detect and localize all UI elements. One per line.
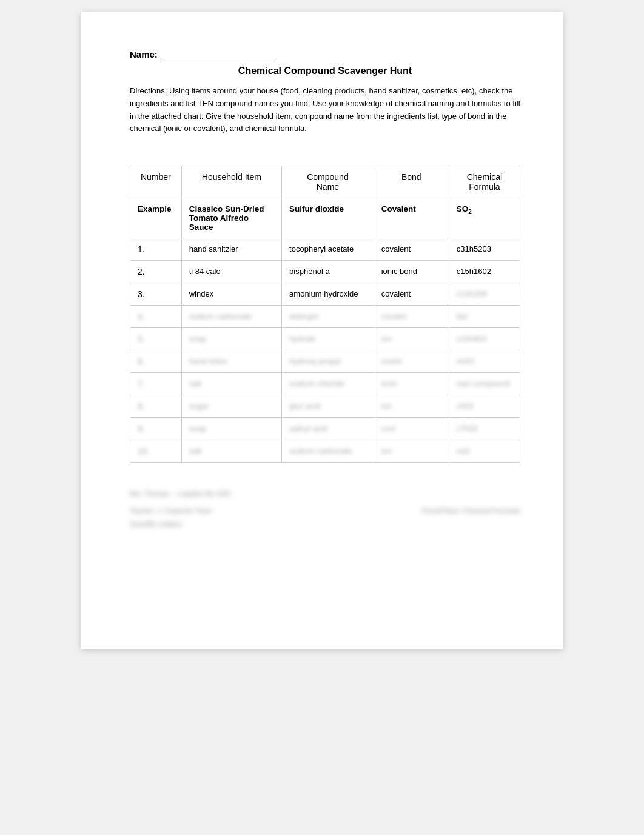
row-4-formula: bld	[449, 306, 520, 328]
table-row: 9. soap salicyl acid covl c7h02	[130, 418, 520, 440]
row-2-formula: c15h1602	[449, 261, 520, 283]
row-3-formula: c14h209	[449, 283, 520, 306]
row-3-bond: covalent	[374, 283, 449, 306]
row-4-compound: detergnt	[282, 306, 374, 328]
example-label: Example	[130, 198, 182, 238]
table-row: 8. sugar gluc acid ion ch03	[130, 395, 520, 418]
row-1-household: hand sanitzier	[181, 238, 281, 261]
row-5-num: 5.	[130, 328, 182, 350]
row-10-household: salt	[181, 440, 281, 463]
row-7-num: 7.	[130, 373, 182, 395]
table-header-row: Number Household Item CompoundName Bond …	[130, 166, 520, 198]
footer-bottom: Teacher: J. Carpenter Team Period/Team: …	[130, 504, 520, 517]
row-5-household: soap	[181, 328, 281, 350]
table-row: 2. ti 84 calc bisphenol a ionic bond c15…	[130, 261, 520, 283]
row-6-num: 6.	[130, 350, 182, 373]
row-2-bond: ionic bond	[374, 261, 449, 283]
row-9-compound: salicyl acid	[282, 418, 374, 440]
document-page: Name: Chemical Compound Scavenger Hunt D…	[81, 12, 563, 649]
row-5-compound: hydrate	[282, 328, 374, 350]
row-6-bond: covlnt	[374, 350, 449, 373]
header-number: Number	[130, 166, 182, 198]
footer-line1: Mrs. Thomas — supplies file 1020	[130, 487, 520, 500]
row-1-bond: covalent	[374, 238, 449, 261]
row-4-bond: covalnt	[374, 306, 449, 328]
header-bond: Bond	[374, 166, 449, 198]
row-9-bond: covl	[374, 418, 449, 440]
table-row: 7. salt sodium chloride ionic nacl compo…	[130, 373, 520, 395]
footer-sub: Scientific notation	[130, 517, 520, 531]
row-7-bond: ionic	[374, 373, 449, 395]
row-2-household: ti 84 calc	[181, 261, 281, 283]
example-household: Classico Sun-Dried Tomato Alfredo Sauce	[181, 198, 281, 238]
row-5-bond: ion	[374, 328, 449, 350]
row-3-num: 3.	[130, 283, 182, 306]
row-2-num: 2.	[130, 261, 182, 283]
row-4-num: 4.	[130, 306, 182, 328]
row-2-compound: bisphenol a	[282, 261, 374, 283]
row-1-compound: tocopheryl acetate	[282, 238, 374, 261]
row-10-num: 10.	[130, 440, 182, 463]
name-underline	[163, 49, 272, 59]
example-row: Example Classico Sun-Dried Tomato Alfred…	[130, 198, 520, 238]
teacher-value: J. Carpenter Team	[157, 507, 212, 514]
row-7-formula: nacl compound	[449, 373, 520, 395]
row-9-formula: c7h02	[449, 418, 520, 440]
name-label: Name:	[130, 49, 158, 59]
footer-period: Period/Team: Chemical Formulas	[421, 504, 520, 517]
row-1-num: 1.	[130, 238, 182, 261]
row-6-compound: hydroxy propyl	[282, 350, 374, 373]
row-6-formula: nh03	[449, 350, 520, 373]
period-value: Chemical Formulas	[463, 507, 520, 514]
row-10-compound: sodium carbonate	[282, 440, 374, 463]
teacher-label: Teacher:	[130, 507, 155, 514]
period-label: Period/Team:	[421, 507, 461, 514]
directions-text: Directions: Using items around your hous…	[130, 85, 520, 135]
footer-section: Mrs. Thomas — supplies file 1020 Teacher…	[130, 487, 520, 531]
table-row: 5. soap hydrate ion c15h803	[130, 328, 520, 350]
row-10-formula: na3	[449, 440, 520, 463]
table-row: 3. windex amonium hydroxide covalent c14…	[130, 283, 520, 306]
table-row: 10. salt sodium carbonate ion na3	[130, 440, 520, 463]
name-field-label: Name:	[130, 49, 520, 59]
table-row: 1. hand sanitzier tocopheryl acetate cov…	[130, 238, 520, 261]
page-title: Chemical Compound Scavenger Hunt	[130, 65, 520, 76]
row-8-num: 8.	[130, 395, 182, 418]
row-4-household: sodium carbonate	[181, 306, 281, 328]
footer-teacher: Teacher: J. Carpenter Team	[130, 504, 212, 517]
row-10-bond: ion	[374, 440, 449, 463]
row-7-compound: sodium chloride	[282, 373, 374, 395]
row-1-formula: c31h5203	[449, 238, 520, 261]
row-8-bond: ion	[374, 395, 449, 418]
row-7-household: salt	[181, 373, 281, 395]
header-compound: CompoundName	[282, 166, 374, 198]
row-3-compound: amonium hydroxide	[282, 283, 374, 306]
row-8-formula: ch03	[449, 395, 520, 418]
example-compound: Sulfur dioxide	[282, 198, 374, 238]
row-3-household: windex	[181, 283, 281, 306]
row-6-household: hand lotion	[181, 350, 281, 373]
row-9-household: soap	[181, 418, 281, 440]
scavenger-table: Number Household Item CompoundName Bond …	[130, 166, 520, 463]
row-8-compound: gluc acid	[282, 395, 374, 418]
example-bond: Covalent	[374, 198, 449, 238]
row-8-household: sugar	[181, 395, 281, 418]
header-formula: ChemicalFormula	[449, 166, 520, 198]
header-household: Household Item	[181, 166, 281, 198]
table-row: 6. hand lotion hydroxy propyl covlnt nh0…	[130, 350, 520, 373]
row-5-formula: c15h803	[449, 328, 520, 350]
table-row: 4. sodium carbonate detergnt covalnt bld	[130, 306, 520, 328]
example-formula: SO2	[449, 198, 520, 238]
row-9-num: 9.	[130, 418, 182, 440]
